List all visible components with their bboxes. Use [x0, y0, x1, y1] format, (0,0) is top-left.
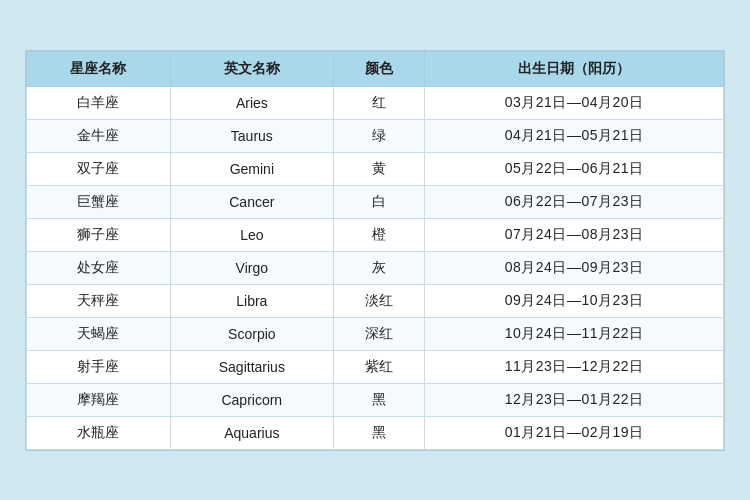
- cell-chinese-name: 金牛座: [27, 119, 171, 152]
- cell-dates: 09月24日—10月23日: [425, 284, 724, 317]
- table-row: 白羊座Aries红03月21日—04月20日: [27, 86, 724, 119]
- cell-dates: 07月24日—08月23日: [425, 218, 724, 251]
- cell-english-name: Taurus: [170, 119, 333, 152]
- header-chinese-name: 星座名称: [27, 51, 171, 86]
- cell-chinese-name: 水瓶座: [27, 416, 171, 449]
- cell-english-name: Aquarius: [170, 416, 333, 449]
- cell-color: 绿: [333, 119, 425, 152]
- cell-color: 灰: [333, 251, 425, 284]
- cell-english-name: Sagittarius: [170, 350, 333, 383]
- table-row: 天秤座Libra淡红09月24日—10月23日: [27, 284, 724, 317]
- zodiac-table-container: 星座名称 英文名称 颜色 出生日期（阳历） 白羊座Aries红03月21日—04…: [25, 50, 725, 451]
- cell-color: 红: [333, 86, 425, 119]
- cell-color: 白: [333, 185, 425, 218]
- cell-chinese-name: 处女座: [27, 251, 171, 284]
- cell-chinese-name: 天秤座: [27, 284, 171, 317]
- cell-english-name: Scorpio: [170, 317, 333, 350]
- cell-color: 黑: [333, 383, 425, 416]
- cell-dates: 12月23日—01月22日: [425, 383, 724, 416]
- cell-chinese-name: 狮子座: [27, 218, 171, 251]
- cell-chinese-name: 白羊座: [27, 86, 171, 119]
- cell-color: 深红: [333, 317, 425, 350]
- cell-english-name: Virgo: [170, 251, 333, 284]
- cell-dates: 05月22日—06月21日: [425, 152, 724, 185]
- table-row: 处女座Virgo灰08月24日—09月23日: [27, 251, 724, 284]
- cell-color: 黄: [333, 152, 425, 185]
- cell-color: 淡红: [333, 284, 425, 317]
- cell-color: 黑: [333, 416, 425, 449]
- table-row: 金牛座Taurus绿04月21日—05月21日: [27, 119, 724, 152]
- table-row: 摩羯座Capricorn黑12月23日—01月22日: [27, 383, 724, 416]
- cell-color: 紫红: [333, 350, 425, 383]
- cell-color: 橙: [333, 218, 425, 251]
- cell-dates: 11月23日—12月22日: [425, 350, 724, 383]
- cell-chinese-name: 巨蟹座: [27, 185, 171, 218]
- cell-dates: 01月21日—02月19日: [425, 416, 724, 449]
- cell-chinese-name: 射手座: [27, 350, 171, 383]
- cell-chinese-name: 摩羯座: [27, 383, 171, 416]
- cell-dates: 04月21日—05月21日: [425, 119, 724, 152]
- cell-dates: 10月24日—11月22日: [425, 317, 724, 350]
- cell-dates: 06月22日—07月23日: [425, 185, 724, 218]
- cell-dates: 08月24日—09月23日: [425, 251, 724, 284]
- header-color: 颜色: [333, 51, 425, 86]
- cell-english-name: Libra: [170, 284, 333, 317]
- cell-english-name: Gemini: [170, 152, 333, 185]
- table-row: 天蝎座Scorpio深红10月24日—11月22日: [27, 317, 724, 350]
- cell-english-name: Capricorn: [170, 383, 333, 416]
- table-body: 白羊座Aries红03月21日—04月20日金牛座Taurus绿04月21日—0…: [27, 86, 724, 449]
- header-english-name: 英文名称: [170, 51, 333, 86]
- cell-dates: 03月21日—04月20日: [425, 86, 724, 119]
- table-row: 水瓶座Aquarius黑01月21日—02月19日: [27, 416, 724, 449]
- table-row: 双子座Gemini黄05月22日—06月21日: [27, 152, 724, 185]
- cell-english-name: Aries: [170, 86, 333, 119]
- table-row: 狮子座Leo橙07月24日—08月23日: [27, 218, 724, 251]
- cell-chinese-name: 双子座: [27, 152, 171, 185]
- cell-english-name: Cancer: [170, 185, 333, 218]
- cell-chinese-name: 天蝎座: [27, 317, 171, 350]
- zodiac-table: 星座名称 英文名称 颜色 出生日期（阳历） 白羊座Aries红03月21日—04…: [26, 51, 724, 450]
- table-row: 射手座Sagittarius紫红11月23日—12月22日: [27, 350, 724, 383]
- header-dates: 出生日期（阳历）: [425, 51, 724, 86]
- table-header-row: 星座名称 英文名称 颜色 出生日期（阳历）: [27, 51, 724, 86]
- table-row: 巨蟹座Cancer白06月22日—07月23日: [27, 185, 724, 218]
- cell-english-name: Leo: [170, 218, 333, 251]
